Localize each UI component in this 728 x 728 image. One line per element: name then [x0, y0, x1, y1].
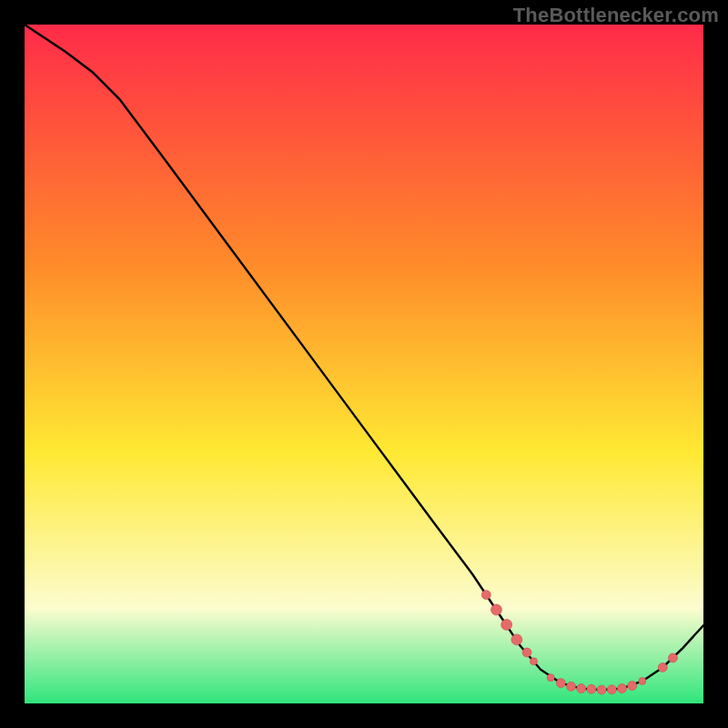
- highlight-dot: [501, 619, 512, 630]
- chart-frame: TheBottlenecker.com: [0, 0, 728, 728]
- highlight-dot: [617, 684, 626, 693]
- highlight-dot: [597, 685, 606, 694]
- highlight-dot: [587, 684, 596, 693]
- highlight-dot: [639, 677, 646, 684]
- highlight-dot: [511, 634, 522, 645]
- highlight-dot: [658, 662, 667, 672]
- highlight-dot: [607, 685, 616, 694]
- highlight-dot: [668, 653, 677, 662]
- bottleneck-chart: [25, 25, 703, 703]
- highlight-dot: [556, 679, 565, 688]
- highlight-dot: [577, 684, 586, 693]
- gradient-background: [25, 25, 703, 703]
- highlight-dot: [567, 682, 576, 691]
- highlight-dot: [481, 591, 490, 600]
- highlight-dot: [531, 658, 538, 665]
- highlight-dot: [522, 648, 531, 657]
- highlight-dot: [628, 682, 637, 691]
- highlight-dot: [490, 604, 501, 615]
- plot-area: [25, 25, 703, 703]
- highlight-dot: [547, 674, 554, 682]
